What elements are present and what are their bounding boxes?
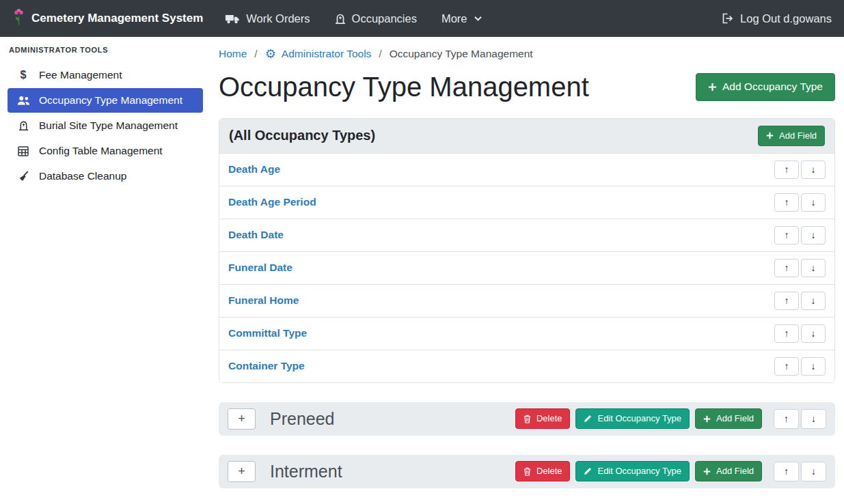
arrow-up-icon: ↑ — [785, 164, 789, 175]
reorder-buttons: ↑ ↓ — [774, 462, 826, 481]
plus-icon — [766, 132, 774, 139]
reorder-buttons: ↑ ↓ — [774, 160, 826, 179]
arrow-down-icon: ↓ — [811, 262, 816, 273]
sidebar-item-fee-management[interactable]: $ Fee Management — [8, 63, 203, 87]
move-down-button[interactable]: ↓ — [801, 357, 826, 376]
arrow-down-icon: ↓ — [811, 164, 816, 175]
add-occupancy-type-button[interactable]: Add Occupancy Type — [696, 73, 835, 101]
move-up-button[interactable]: ↑ — [774, 462, 799, 481]
arrow-up-icon: ↑ — [785, 229, 789, 240]
sidebar-item-burial-site-type-management[interactable]: Burial Site Type Management — [8, 113, 203, 138]
app-brand[interactable]: Cemetery Management System — [12, 8, 203, 29]
trash-icon — [523, 467, 531, 476]
field-row: Container Type ↑ ↓ — [219, 350, 834, 382]
field-name-link[interactable]: Funeral Home — [228, 294, 299, 307]
logout-button[interactable]: Log Out d.gowans — [722, 12, 832, 25]
move-up-button[interactable]: ↑ — [774, 409, 799, 429]
nav-item-occupancies[interactable]: Occupancies — [335, 12, 417, 25]
field-name-link[interactable]: Container Type — [228, 360, 305, 372]
field-name-link[interactable]: Death Age — [228, 163, 280, 176]
arrow-down-icon: ↓ — [811, 466, 816, 477]
plus-icon — [708, 83, 717, 92]
arrow-up-icon: ↑ — [785, 295, 789, 306]
field-name-link[interactable]: Death Age Period — [228, 196, 316, 208]
arrow-up-icon: ↑ — [784, 413, 789, 424]
move-down-button[interactable]: ↓ — [801, 324, 826, 343]
breadcrumb-separator: / — [379, 48, 381, 60]
delete-button[interactable]: Delete — [515, 461, 571, 481]
move-up-button[interactable]: ↑ — [774, 226, 799, 244]
sidebar-item-database-cleanup[interactable]: Database Cleanup — [8, 164, 203, 188]
top-navbar: Cemetery Management System Work Orders — [0, 0, 844, 37]
move-up-button[interactable]: ↑ — [774, 292, 799, 310]
move-down-button[interactable]: ↓ — [801, 259, 826, 277]
move-down-button[interactable]: ↓ — [801, 160, 826, 179]
trash-icon — [523, 415, 531, 423]
field-row: Death Date ↑ ↓ — [219, 219, 834, 251]
users-icon — [16, 96, 30, 106]
field-name-link[interactable]: Funeral Date — [228, 262, 292, 274]
move-up-button[interactable]: ↑ — [774, 259, 799, 277]
nav-item-work-orders[interactable]: Work Orders — [225, 12, 310, 25]
section-actions: Delete Edit Occupancy Type Add Field — [515, 461, 826, 481]
sidebar-item-label: Occupancy Type Management — [39, 94, 182, 107]
table-icon — [16, 146, 30, 156]
breadcrumb-separator: / — [254, 48, 257, 60]
plus-icon — [703, 468, 711, 475]
arrow-up-icon: ↑ — [785, 361, 789, 372]
all-occupancy-types-card: (All Occupancy Types) Add Field Death Ag… — [219, 118, 835, 383]
nav-item-more[interactable]: More — [441, 12, 482, 25]
edit-occupancy-type-button[interactable]: Edit Occupancy Type — [575, 408, 690, 429]
page-title: Occupancy Type Management — [219, 72, 589, 102]
navbar-links: Work Orders Occupancies More — [225, 12, 482, 25]
move-up-button[interactable]: ↑ — [774, 324, 799, 343]
arrow-down-icon: ↓ — [811, 361, 816, 372]
sidebar-item-label: Burial Site Type Management — [39, 120, 178, 132]
arrow-up-icon: ↑ — [785, 262, 789, 273]
reorder-buttons: ↑ ↓ — [774, 409, 826, 429]
field-row: Funeral Home ↑ ↓ — [219, 284, 834, 317]
move-down-button[interactable]: ↓ — [801, 193, 826, 212]
card-header: (All Occupancy Types) Add Field — [219, 119, 834, 154]
nav-label: Work Orders — [246, 12, 310, 25]
move-up-button[interactable]: ↑ — [774, 193, 799, 212]
add-field-button[interactable]: Add Field — [695, 408, 762, 429]
field-name-link[interactable]: Death Date — [228, 229, 284, 241]
breadcrumb-admin-tools-link[interactable]: ⚙ Administrator Tools — [265, 48, 372, 60]
sidebar-item-label: Config Table Management — [39, 145, 163, 157]
move-down-button[interactable]: ↓ — [801, 292, 826, 310]
add-field-button[interactable]: Add Field — [695, 461, 762, 481]
breadcrumb: Home / ⚙ Administrator Tools / Occupancy… — [219, 48, 835, 60]
delete-button[interactable]: Delete — [515, 408, 571, 429]
move-down-button[interactable]: ↓ — [801, 226, 826, 244]
pencil-icon — [584, 415, 592, 423]
move-up-button[interactable]: ↑ — [774, 160, 799, 179]
occupancy-type-section-bar: + Preneed Delete — [219, 402, 835, 436]
move-down-button[interactable]: ↓ — [801, 462, 826, 481]
arrow-up-icon: ↑ — [785, 197, 789, 208]
nav-label: More — [441, 12, 467, 25]
main-content: Home / ⚙ Administrator Tools / Occupancy… — [210, 37, 844, 504]
nav-label: Occupancies — [352, 12, 417, 25]
breadcrumb-home-link[interactable]: Home — [219, 48, 247, 60]
expand-section-button[interactable]: + — [228, 408, 256, 430]
arrow-down-icon: ↓ — [811, 295, 816, 306]
edit-occupancy-type-button[interactable]: Edit Occupancy Type — [575, 461, 690, 481]
arrow-down-icon: ↓ — [811, 413, 816, 424]
move-down-button[interactable]: ↓ — [801, 409, 826, 429]
reorder-buttons: ↑ ↓ — [774, 193, 826, 212]
sidebar-item-label: Database Cleanup — [39, 170, 126, 182]
tombstone-icon — [16, 120, 30, 131]
reorder-buttons: ↑ ↓ — [774, 259, 826, 277]
expand-section-button[interactable]: + — [228, 461, 256, 482]
field-row: Death Age ↑ ↓ — [219, 154, 834, 186]
sidebar-item-config-table-management[interactable]: Config Table Management — [8, 139, 203, 163]
sidebar-item-occupancy-type-management[interactable]: Occupancy Type Management — [8, 88, 203, 113]
work-orders-icon — [225, 14, 240, 24]
add-field-button[interactable]: Add Field — [758, 126, 825, 146]
field-row: Committal Type ↑ ↓ — [219, 317, 834, 350]
move-up-button[interactable]: ↑ — [774, 357, 799, 376]
fields-list: Death Age ↑ ↓ Death Age Period ↑ ↓ Dea — [219, 154, 834, 382]
field-name-link[interactable]: Committal Type — [228, 327, 307, 339]
reorder-buttons: ↑ ↓ — [774, 226, 826, 244]
